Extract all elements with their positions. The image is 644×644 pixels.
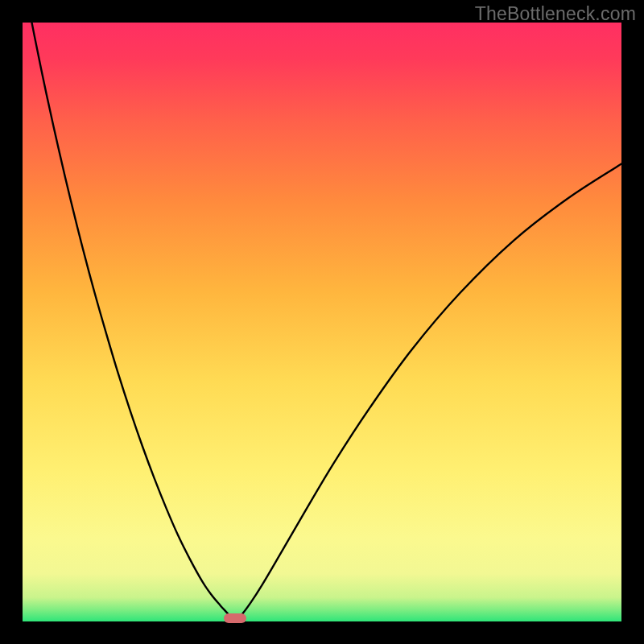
- bottleneck-curve: [23, 23, 621, 621]
- watermark-text: TheBottleneck.com: [475, 3, 636, 25]
- minimum-marker: [224, 613, 246, 623]
- plot-area: [23, 23, 621, 621]
- chart-frame: TheBottleneck.com: [0, 0, 644, 644]
